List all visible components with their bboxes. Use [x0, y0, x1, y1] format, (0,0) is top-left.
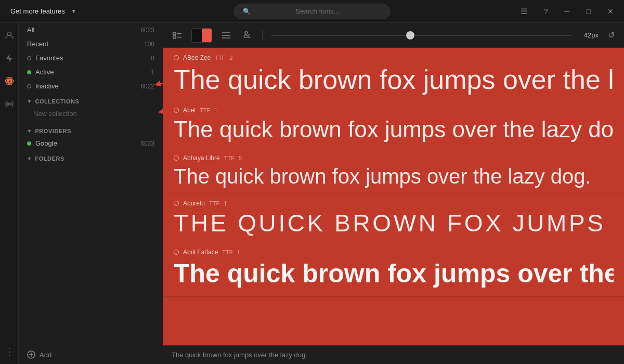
font-count-abhayalibre: 5 — [239, 155, 242, 161]
sidebar-icon-flash[interactable] — [3, 52, 16, 64]
font-preview-abeezee[interactable]: The quick brown fox jumps over the lazy … — [174, 63, 614, 96]
font-entry-abhayalibre: Abhaya Libre TTF 5 The quick brown fox j… — [163, 148, 624, 193]
font-preview-abhayalibre[interactable]: The quick brown fox jumps over the lazy … — [174, 164, 614, 189]
toolbar-divider — [262, 30, 263, 41]
left-panel: All 6023 Recent 100 Favorites 0 Active 1… — [19, 23, 163, 364]
new-collection-item[interactable]: New collection — [19, 107, 163, 123]
font-radio-abel[interactable] — [174, 108, 179, 113]
font-meta-abhayalibre: Abhaya Libre TTF 5 — [174, 154, 614, 162]
view-toggle-button[interactable] — [170, 30, 185, 41]
font-entry-aboreto: Aboreto TTF 1 THE QUICK BROWN FOX JUMPS … — [163, 193, 624, 242]
search-bar[interactable]: 🔍 — [234, 4, 390, 19]
providers-chevron-icon: ▼ — [27, 128, 32, 134]
font-meta-abrilfatface: Abril Fatface TTF 1 — [174, 249, 614, 256]
main-layout: ⋮ All 6023 Recent 100 Favorites 0 Active… — [0, 23, 624, 364]
filter-all[interactable]: All 6023 — [19, 23, 163, 37]
active-dot-icon — [27, 70, 31, 74]
color-red-half — [202, 29, 212, 42]
close-button[interactable]: ✕ — [603, 5, 618, 18]
fonts-list: ABee Zee TTF 2 The quick brown fox jumps… — [163, 48, 624, 345]
font-entry-abrilfatface: Abril Fatface TTF 1 The quick brown fox … — [163, 242, 624, 297]
ampersand-icon: & — [243, 30, 251, 41]
font-preview-abrilfatface[interactable]: The quick brown fox jumps over the lazy … — [174, 258, 614, 289]
color-swatch-button[interactable] — [191, 28, 212, 43]
font-name-abel: Abel — [183, 107, 196, 114]
dropdown-arrow-icon: ▾ — [72, 8, 75, 15]
font-name-abeezee: ABee Zee — [183, 54, 211, 61]
collections-header[interactable]: ▼ COLLECTIONS — [19, 93, 163, 107]
font-radio-abrilfatface[interactable] — [174, 250, 179, 255]
filter-button[interactable]: ☰ — [516, 5, 531, 18]
font-preview-aboreto[interactable]: THE QUICK BROWN FOX JUMPS OVER T — [174, 209, 614, 238]
font-format-abrilfatface: TTF — [222, 249, 232, 255]
font-size-value: 42px — [578, 31, 599, 39]
add-button[interactable]: Add — [19, 345, 163, 364]
font-radio-abeezee[interactable] — [174, 55, 179, 60]
filter-favorites[interactable]: Favorites 0 — [19, 51, 163, 65]
font-count-abel: 1 — [214, 107, 217, 113]
filter-active[interactable]: Active 1 — [19, 65, 163, 79]
sidebar-icon-broadcast[interactable] — [3, 98, 16, 110]
color-black-half — [192, 29, 202, 42]
font-count-aboreto: 1 — [224, 200, 227, 206]
sidebar-icon-atom[interactable] — [3, 75, 16, 87]
svg-point-5 — [8, 103, 10, 105]
filter-recent[interactable]: Recent 100 — [19, 37, 163, 51]
font-entry-abeezee: ABee Zee TTF 2 The quick brown fox jumps… — [163, 48, 624, 100]
toolbar: & 42px ↺ — [163, 23, 624, 48]
align-button[interactable] — [218, 30, 234, 41]
filter-inactive[interactable]: Inactive 6022 — [19, 79, 163, 93]
svg-rect-12 — [173, 36, 176, 38]
add-circle-icon — [27, 350, 35, 359]
sidebar-icon-user[interactable] — [3, 29, 16, 42]
font-count-abeezee: 2 — [230, 55, 233, 61]
favorites-radio-icon — [27, 56, 31, 60]
folders-chevron-icon: ▼ — [27, 156, 32, 161]
font-radio-aboreto[interactable] — [174, 201, 179, 206]
collections-chevron-icon: ▼ — [27, 99, 32, 104]
annotation-arrow-collection — [155, 104, 163, 120]
font-meta-abel: Abel TTF 1 — [174, 107, 614, 114]
minimize-button[interactable]: ─ — [561, 5, 574, 18]
help-button[interactable]: ? — [540, 5, 552, 18]
font-meta-aboreto: Aboreto TTF 1 — [174, 200, 614, 207]
reset-button[interactable]: ↺ — [605, 28, 618, 42]
folders-header[interactable]: ▼ FOLDERS — [19, 150, 163, 164]
font-radio-abhayalibre[interactable] — [174, 155, 179, 161]
font-format-abel: TTF — [200, 107, 210, 113]
search-container: 🔍 — [234, 4, 390, 19]
maximize-button[interactable]: □ — [582, 5, 595, 18]
providers-header[interactable]: ▼ PROVIDERS — [19, 123, 163, 136]
reset-icon: ↺ — [608, 30, 615, 40]
titlebar: Get more features ▾ 🔍 ☰ ? ─ □ ✕ — [0, 0, 624, 23]
view-icon — [173, 32, 182, 39]
font-name-abrilfatface: Abril Fatface — [183, 249, 218, 256]
search-input[interactable] — [254, 7, 381, 15]
font-format-abhayalibre: TTF — [224, 155, 235, 161]
add-label: Add — [40, 351, 51, 359]
font-meta-abeezee: ABee Zee TTF 2 — [174, 54, 614, 61]
get-more-features-button[interactable]: Get more features — [6, 5, 69, 17]
font-format-aboreto: TTF — [209, 200, 219, 206]
provider-google[interactable]: Google 6023 — [19, 136, 163, 150]
bottom-bar: The quick brown fox jumps over the lazy … — [163, 345, 624, 364]
svg-rect-11 — [173, 32, 176, 35]
sidebar-icons: ⋮ — [0, 23, 19, 364]
svg-point-1 — [8, 80, 10, 82]
titlebar-controls: ☰ ? ─ □ ✕ — [516, 5, 618, 18]
font-entry-abel: Abel TTF 1 The quick brown fox jumps ove… — [163, 100, 624, 148]
right-panel: & 42px ↺ ABee Zee TTF 2 — [163, 23, 624, 364]
search-icon: 🔍 — [243, 8, 251, 15]
font-name-abhayalibre: Abhaya Libre — [183, 154, 220, 162]
inactive-radio-icon — [27, 84, 31, 88]
font-preview-abel[interactable]: The quick brown fox jumps over the lazy … — [174, 116, 614, 144]
bottom-preview-text: The quick brown fox jumps over the lazy … — [172, 351, 307, 359]
font-size-slider-track — [271, 35, 571, 36]
sidebar-icon-more[interactable]: ⋮ — [3, 345, 16, 358]
align-icon — [222, 32, 231, 39]
special-chars-button[interactable]: & — [240, 28, 254, 43]
google-active-dot-icon — [27, 141, 31, 146]
font-size-slider-thumb[interactable] — [406, 31, 414, 40]
font-format-abeezee: TTF — [215, 55, 225, 61]
font-count-abrilfatface: 1 — [237, 249, 240, 255]
